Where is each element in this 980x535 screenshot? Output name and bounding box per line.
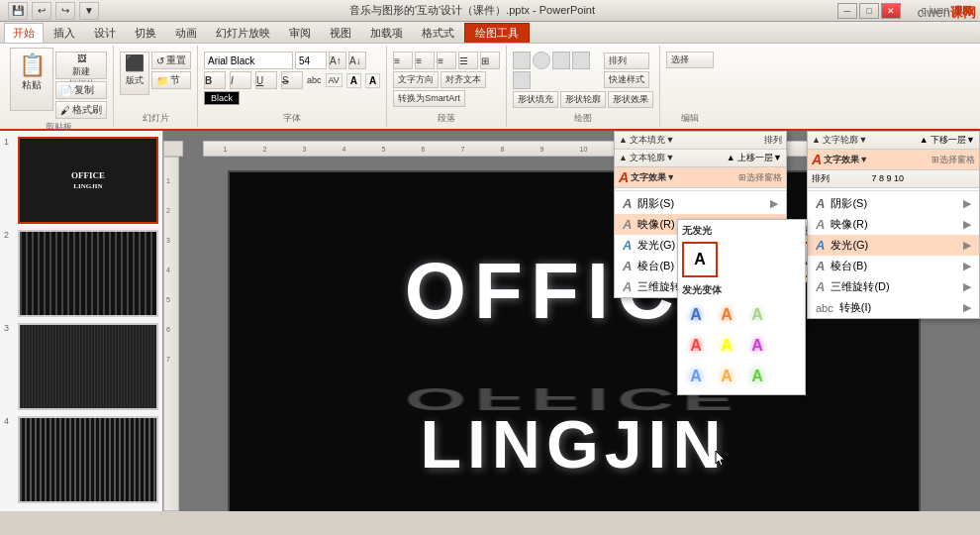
slide-thumb-2[interactable] xyxy=(18,230,158,317)
select-format-label: ⊞选择窗格 xyxy=(738,171,782,184)
tab-view[interactable]: 视图 xyxy=(321,23,360,43)
bold-button[interactable]: B xyxy=(204,71,226,89)
tab-insert[interactable]: 插入 xyxy=(45,23,84,43)
glow-sample-red[interactable]: A xyxy=(682,332,710,360)
shape-arrow[interactable] xyxy=(572,52,590,69)
maximize-button[interactable]: □ xyxy=(859,3,879,19)
thumb1-text1: OFFICE xyxy=(71,170,105,180)
shadow-item[interactable]: A 阴影(S) ▶ xyxy=(615,193,786,214)
tab-review[interactable]: 审阅 xyxy=(280,23,320,43)
format-painter-button[interactable]: 🖌格式刷 xyxy=(55,101,107,119)
bevel-arrow-right: ▶ xyxy=(963,260,971,272)
site-watermark: ciwen课网 xyxy=(918,4,976,22)
slide-thumb-container-2: 2 xyxy=(4,230,158,317)
text-direction-button[interactable]: 文字方向 xyxy=(393,71,439,88)
shape-line[interactable] xyxy=(552,52,570,69)
arrange-button[interactable]: 排列 xyxy=(604,53,649,69)
align-left-button[interactable]: ≡ xyxy=(393,52,413,69)
font-size-input[interactable] xyxy=(295,52,327,69)
justify-button[interactable]: ☰ xyxy=(458,52,478,69)
slide-thumb-3[interactable] xyxy=(18,323,158,410)
ribbon-tabs: 开始 插入 设计 切换 动画 幻灯片放映 审阅 视图 加载项 格式式 绘图工具 xyxy=(0,22,980,44)
font-spacing-button[interactable]: AV xyxy=(326,73,343,87)
copy-button[interactable]: 📄复制 xyxy=(55,81,107,99)
shadow-item-right[interactable]: A 阴影(S) ▶ xyxy=(808,193,979,214)
reflection-item-right[interactable]: A 映像(R) ▶ xyxy=(808,214,979,235)
layout-button[interactable]: ⬛ 版式 xyxy=(120,52,149,95)
tab-addins[interactable]: 加载项 xyxy=(361,23,412,43)
ruler-corner xyxy=(163,141,183,157)
section-button[interactable]: 📁节 xyxy=(151,71,191,89)
glow-sample-green[interactable]: A xyxy=(743,301,771,329)
text-outline-label: ▲ 文本轮廓▼ xyxy=(619,152,674,164)
shape-effects-button[interactable]: 形状效果 xyxy=(608,91,653,108)
tab-format[interactable]: 格式式 xyxy=(413,23,463,43)
save-button[interactable]: 💾 xyxy=(8,2,28,20)
no-glow-A: A xyxy=(694,251,706,268)
font-color-button[interactable]: A xyxy=(365,73,380,88)
customize-qa-button[interactable]: ▼ xyxy=(79,2,99,20)
shape-rect[interactable] xyxy=(513,52,531,69)
close-button[interactable]: ✕ xyxy=(881,3,901,19)
glow-sample-orange[interactable]: A xyxy=(713,301,740,329)
tab-transitions[interactable]: 切换 xyxy=(126,23,165,43)
font-name-input[interactable] xyxy=(204,52,293,69)
undo-button[interactable]: ↩ xyxy=(32,2,51,20)
reset-button[interactable]: ↺重置 xyxy=(151,52,191,69)
shape-ellipse[interactable] xyxy=(533,52,550,69)
font-color-indicator[interactable]: Black xyxy=(204,91,240,105)
glow-samples-container: A A A A A A A A A xyxy=(682,301,801,390)
italic-button[interactable]: I xyxy=(230,71,251,89)
ribbon-group-paragraph: ≡ ≡ ≡ ☰ ⊞ 文字方向 对齐文本 转换为SmartArt 段落 xyxy=(387,46,507,127)
upper-layer-label: ▲ 上移一层▼ xyxy=(727,152,782,164)
minimize-button[interactable]: ─ xyxy=(837,3,857,19)
shape-outline-button[interactable]: 形状轮廓 xyxy=(560,91,606,108)
align-right-button[interactable]: ≡ xyxy=(437,52,456,69)
increase-font-button[interactable]: A↑ xyxy=(329,52,346,69)
align-center-button[interactable]: ≡ xyxy=(415,52,435,69)
new-slide-button[interactable]: 🖼新建 幻灯片 xyxy=(55,52,107,79)
bevel-icon-right: A xyxy=(816,259,825,273)
glow-icon-left: A xyxy=(623,238,632,253)
glow-item-right[interactable]: A 发光(G) ▶ xyxy=(808,235,979,256)
redo-button[interactable]: ↪ xyxy=(55,2,75,20)
shape-triangle[interactable] xyxy=(513,71,531,89)
no-glow-box[interactable]: A xyxy=(682,242,718,277)
tab-home[interactable]: 开始 xyxy=(4,23,44,43)
arrange-row-right: 排列 7 8 9 10 xyxy=(808,170,979,188)
text-effects-header-row-right[interactable]: A 文字效果▼ ⊞选择窗格 xyxy=(808,150,979,170)
no-glow-label: 无发光 xyxy=(682,224,801,238)
decrease-font-button[interactable]: A↓ xyxy=(348,52,366,69)
shape-fill-button[interactable]: 形状填充 xyxy=(513,91,558,108)
slide-thumb-4[interactable] xyxy=(18,416,158,503)
columns-button[interactable]: ⊞ xyxy=(480,52,500,69)
slide-thumb-container-4: 4 xyxy=(4,416,158,503)
tab-slideshow[interactable]: 幻灯片放映 xyxy=(207,23,279,43)
tab-design[interactable]: 设计 xyxy=(85,23,125,43)
tab-animations[interactable]: 动画 xyxy=(166,23,206,43)
arrange-label-left: 排列 xyxy=(764,134,782,147)
3d-rotate-item-right[interactable]: A 三维旋转(D) ▶ xyxy=(808,276,979,297)
underline-button[interactable]: U xyxy=(255,71,277,89)
quick-styles-button[interactable]: 快速样式 xyxy=(604,71,649,88)
align-text-button[interactable]: 对齐文本 xyxy=(441,71,486,88)
transform-item-right[interactable]: abc 转换(I) ▶ xyxy=(808,297,979,318)
text-fill-label: ▲ 文本填充▼ xyxy=(619,134,674,147)
paste-button[interactable]: 📋 粘贴 xyxy=(10,48,53,111)
glow-sample-green2[interactable]: A xyxy=(743,363,771,390)
tab-drawing-tools[interactable]: 绘图工具 xyxy=(464,23,530,43)
glow-sample-blue2[interactable]: A xyxy=(682,363,710,390)
glow-sample-purple[interactable]: A xyxy=(743,332,771,360)
select-button[interactable]: 选择 xyxy=(666,52,714,68)
strikethrough-button[interactable]: S xyxy=(281,71,303,89)
reflection-icon: A xyxy=(623,217,632,232)
glow-sample-blue[interactable]: A xyxy=(682,301,710,329)
bevel-item-right[interactable]: A 棱台(B) ▶ xyxy=(808,256,979,276)
text-effects-header-row[interactable]: A 文字效果▼ ⊞选择窗格 xyxy=(615,167,786,188)
convert-smartart-button[interactable]: 转换为SmartArt xyxy=(393,90,465,107)
font-color-button-A[interactable]: A xyxy=(346,73,361,88)
glow-sample-orange2[interactable]: A xyxy=(713,363,740,390)
slide-thumb-1[interactable]: OFFICE LINGJIN xyxy=(18,137,158,224)
font-case-button[interactable]: abc xyxy=(307,75,322,85)
glow-sample-yellow[interactable]: A xyxy=(713,332,740,360)
